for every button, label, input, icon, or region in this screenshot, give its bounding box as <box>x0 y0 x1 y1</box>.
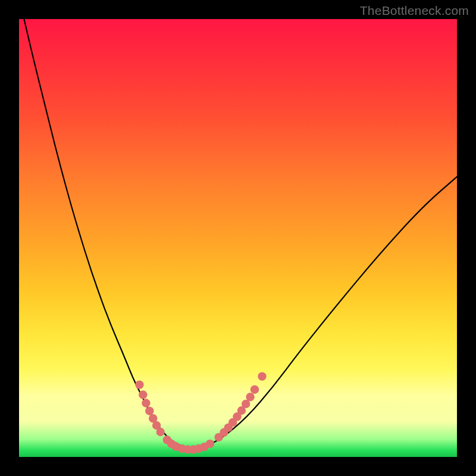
watermark-text: TheBottleneck.com <box>360 4 469 18</box>
chart-frame: TheBottleneck.com <box>0 0 476 476</box>
curve-marker <box>135 380 143 389</box>
curve-marker <box>258 372 266 380</box>
curve-markers <box>135 372 266 453</box>
curve-marker <box>246 393 254 401</box>
curve-marker <box>145 407 154 415</box>
curve-marker <box>250 386 259 394</box>
curve-marker <box>142 399 150 407</box>
bottleneck-curve-svg <box>19 19 457 457</box>
curve-marker <box>139 390 147 399</box>
bottleneck-curve <box>19 0 457 448</box>
plot-area <box>19 19 457 457</box>
curve-marker <box>206 440 214 448</box>
curve-marker <box>156 428 165 436</box>
